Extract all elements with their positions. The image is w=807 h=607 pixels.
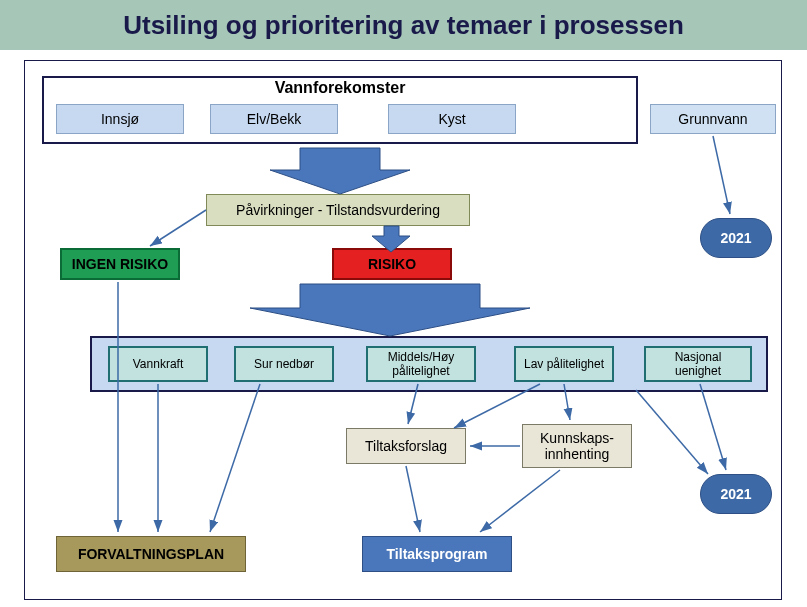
- box-risiko: RISIKO: [332, 248, 452, 280]
- box-kyst: Kyst: [388, 104, 516, 134]
- page-title: Utsiling og prioritering av temaer i pro…: [123, 10, 684, 41]
- box-middels-hoy: Middels/Høy pålitelighet: [366, 346, 476, 382]
- page-title-bar: Utsiling og prioritering av temaer i pro…: [0, 0, 807, 50]
- box-ingen-risiko: INGEN RISIKO: [60, 248, 180, 280]
- box-kunnskapsinnhenting: Kunnskaps- innhenting: [522, 424, 632, 468]
- box-tiltaksforslag: Tiltaksforslag: [346, 428, 466, 464]
- pill-2021-top: 2021: [700, 218, 772, 258]
- box-tiltaksprogram: Tiltaksprogram: [362, 536, 512, 572]
- box-grunnvann: Grunnvann: [650, 104, 776, 134]
- vannforekomster-header: Vannforekomster: [42, 78, 638, 98]
- box-lav: Lav pålitelighet: [514, 346, 614, 382]
- pill-2021-bottom: 2021: [700, 474, 772, 514]
- box-nasjonal: Nasjonal uenighet: [644, 346, 752, 382]
- box-elv-bekk: Elv/Bekk: [210, 104, 338, 134]
- box-pavirkninger: Påvirkninger - Tilstandsvurdering: [206, 194, 470, 226]
- box-forvaltningsplan: FORVALTNINGSPLAN: [56, 536, 246, 572]
- box-innsjo: Innsjø: [56, 104, 184, 134]
- box-vannkraft: Vannkraft: [108, 346, 208, 382]
- box-sur-nedbor: Sur nedbør: [234, 346, 334, 382]
